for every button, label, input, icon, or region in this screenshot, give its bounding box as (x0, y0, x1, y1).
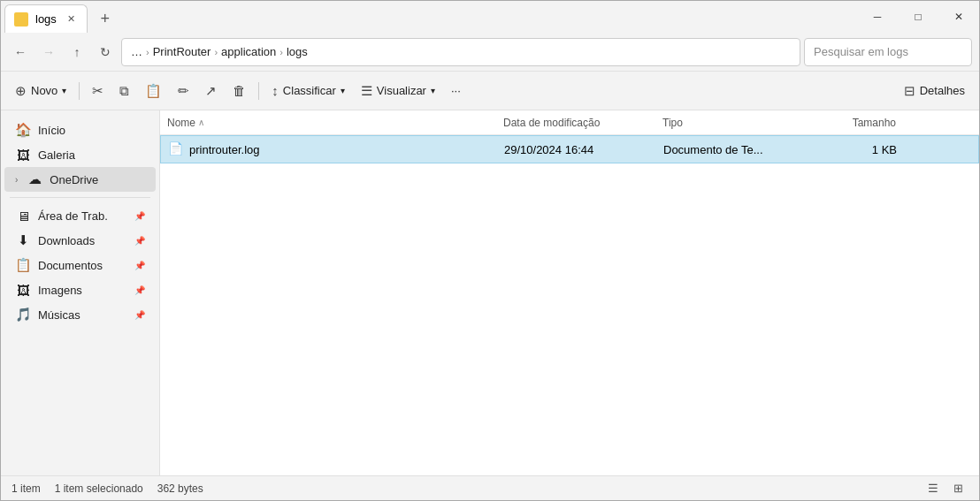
window-controls: ─ □ ✕ (857, 1, 979, 33)
sidebar-label-music: Músicas (38, 308, 80, 322)
title-bar: logs ✕ + ─ □ ✕ (1, 1, 979, 33)
back-button[interactable]: ← (8, 40, 33, 65)
refresh-button[interactable]: ↻ (93, 40, 118, 65)
new-button[interactable]: ⊕ Novo ▾ (8, 77, 73, 105)
sidebar-label-images: Imagens (38, 284, 82, 297)
status-info: 1 item 1 item selecionado 362 bytes (11, 482, 203, 495)
sidebar-label-downloads: Downloads (38, 234, 95, 247)
sep-2: › (214, 47, 218, 57)
file-cell-size: 1 KB (815, 143, 904, 156)
cut-button[interactable]: ✂ (85, 77, 111, 105)
sidebar-label-inicio: Início (38, 124, 65, 137)
sort-chevron: ▾ (341, 86, 345, 95)
file-name: printrouter.log (189, 143, 260, 156)
details-button[interactable]: ⊟ Detalhes (897, 77, 972, 105)
status-bar: 1 item 1 item selecionado 362 bytes ☰ ⊞ (1, 475, 979, 500)
copy-button[interactable]: ⧉ (112, 77, 136, 105)
breadcrumb-printrouter[interactable]: PrintRouter (153, 45, 211, 58)
sort-label: Classificar (283, 84, 336, 97)
sidebar-label-onedrive: OneDrive (50, 173, 98, 186)
delete-button[interactable]: 🗑 (226, 77, 253, 105)
tab-area: logs ✕ + (1, 1, 857, 33)
detail-view-button[interactable]: ☰ (923, 479, 944, 498)
sidebar-item-galeria[interactable]: 🖼 Galeria (4, 142, 156, 167)
file-cell-type: Documento de Te... (656, 143, 815, 156)
onedrive-icon: ☁ (27, 171, 42, 187)
breadcrumb-application[interactable]: application (221, 45, 276, 58)
sort-arrow-name: ∧ (198, 118, 204, 127)
pin-downloads: 📌 (134, 236, 145, 246)
new-label: Novo (31, 84, 57, 97)
close-button[interactable]: ✕ (938, 1, 979, 33)
pin-images: 📌 (134, 285, 145, 295)
images-icon: 🖼 (15, 282, 31, 298)
search-placeholder: Pesquisar em logs (814, 45, 908, 58)
new-tab-button[interactable]: + (91, 4, 119, 33)
paste-icon: 📋 (145, 83, 162, 99)
more-button[interactable]: ··· (444, 77, 468, 105)
toolbar-right: ⊟ Detalhes (897, 77, 972, 105)
col-header-date[interactable]: Data de modificação (496, 117, 655, 129)
file-rows-container: 📄 printrouter.log 29/10/2024 16:44 Docum… (160, 135, 979, 163)
more-label: ··· (451, 84, 461, 97)
file-size: 1 KB (872, 143, 897, 156)
active-tab[interactable]: logs ✕ (4, 4, 88, 33)
maximize-button[interactable]: □ (898, 1, 938, 33)
expand-icon: › (15, 175, 18, 185)
col-type-label: Tipo (662, 117, 683, 129)
navigation-bar: ← → ↑ ↻ … › PrintRouter › application › … (1, 33, 979, 72)
col-name-label: Nome (167, 117, 195, 129)
file-date: 29/10/2024 16:44 (504, 143, 593, 156)
view-button[interactable]: ☰ Visualizar ▾ (354, 77, 442, 105)
file-icon: 📄 (168, 141, 184, 157)
sep-3: › (279, 47, 283, 57)
status-size: 362 bytes (157, 482, 203, 495)
breadcrumb-logs[interactable]: logs (287, 45, 308, 58)
sidebar-label-desktop: Área de Trab. (38, 209, 108, 223)
paste-button[interactable]: 📋 (138, 77, 169, 105)
col-header-type[interactable]: Tipo (655, 117, 815, 129)
new-chevron: ▾ (62, 86, 66, 95)
home-icon: 🏠 (15, 122, 31, 138)
sidebar-item-desktop[interactable]: 🖥 Área de Trab. 📌 (4, 203, 156, 228)
table-row[interactable]: 📄 printrouter.log 29/10/2024 16:44 Docum… (160, 135, 979, 163)
view-label: Visualizar (377, 84, 426, 97)
view-chevron: ▾ (431, 86, 435, 95)
col-header-size[interactable]: Tamanho (815, 117, 903, 129)
view-icon: ☰ (361, 83, 372, 99)
toolbar-divider-1 (79, 82, 80, 100)
minimize-button[interactable]: ─ (857, 1, 898, 33)
sidebar-item-inicio[interactable]: 🏠 Início (4, 118, 156, 142)
sidebar-item-docs[interactable]: 📋 Documentos 📌 (4, 253, 156, 277)
sidebar-divider (10, 197, 150, 198)
sidebar-item-music[interactable]: 🎵 Músicas 📌 (4, 302, 156, 327)
sort-button[interactable]: ↕ Classificar ▾ (264, 77, 351, 105)
file-area: Nome ∧ Data de modificação Tipo Tamanho … (160, 110, 979, 475)
tab-close-button[interactable]: ✕ (64, 11, 80, 27)
sidebar-item-downloads[interactable]: ⬇ Downloads 📌 (4, 228, 156, 253)
breadcrumb-bar[interactable]: … › PrintRouter › application › logs (121, 38, 800, 66)
toolbar: ⊕ Novo ▾ ✂ ⧉ 📋 ✏ ↗ 🗑 ↕ Classificar ▾ ☰ V… (1, 72, 979, 110)
sidebar-label-galeria: Galeria (38, 148, 75, 162)
downloads-icon: ⬇ (15, 232, 31, 248)
file-header: Nome ∧ Data de modificação Tipo Tamanho (160, 110, 979, 135)
col-header-name[interactable]: Nome ∧ (160, 117, 496, 129)
sidebar-item-onedrive[interactable]: › ☁ OneDrive (4, 167, 156, 192)
sidebar-label-docs: Documentos (38, 259, 103, 272)
pin-docs: 📌 (134, 261, 145, 270)
sep-1: › (146, 47, 149, 57)
toolbar-divider-2 (258, 82, 259, 100)
breadcrumb-ellipsis[interactable]: … (131, 45, 142, 58)
new-icon: ⊕ (15, 83, 27, 99)
gallery-icon: 🖼 (15, 147, 31, 163)
search-bar[interactable]: Pesquisar em logs (804, 38, 972, 66)
sidebar-item-images[interactable]: 🖼 Imagens 📌 (4, 277, 156, 302)
grid-view-button[interactable]: ⊞ (947, 479, 969, 498)
main-area: 🏠 Início 🖼 Galeria › ☁ OneDrive 🖥 Área d… (1, 110, 979, 475)
share-button[interactable]: ↗ (198, 77, 224, 105)
file-cell-name: 📄 printrouter.log (161, 141, 497, 157)
up-button[interactable]: ↑ (65, 40, 89, 65)
details-label: Detalhes (920, 84, 965, 97)
tab-title: logs (35, 12, 57, 26)
rename-button[interactable]: ✏ (171, 77, 196, 105)
